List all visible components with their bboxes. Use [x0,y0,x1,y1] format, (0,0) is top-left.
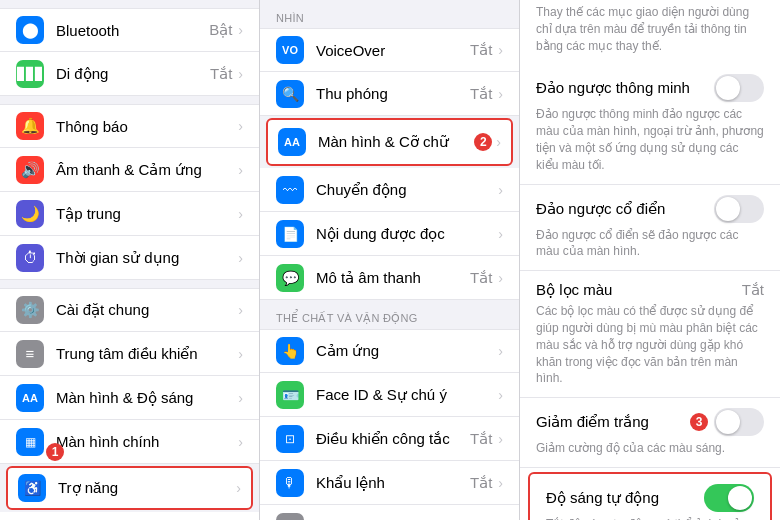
mo-ta-value: Tắt [470,269,492,287]
toggle-knob [716,197,740,221]
chevron-icon: › [238,346,243,362]
right-item-giam-diem-trang: Giảm điểm trắng 3 Giảm cường độ của các … [520,398,780,468]
middle-section-nhin: NHÌN [260,0,519,28]
chevron-icon: › [498,270,503,286]
giam-diem-trang-title: Giảm điểm trắng [536,413,649,431]
giam-diem-trang-toggle[interactable] [714,408,764,436]
moon-icon: 🌙 [16,200,44,228]
chevron-icon: › [498,387,503,403]
mic-icon: 🎙 [276,469,304,497]
sidebar-item-am-thanh[interactable]: 🔊 Âm thanh & Cảm ứng › [0,148,259,192]
middle-section-the-chat: THỂ CHẤT VÀ VẬN ĐỘNG [260,300,519,329]
sidebar-item-man-hinh-chinh[interactable]: ▦ Màn hình chính 1 › [0,420,259,464]
tro-nang-label: Trợ năng [58,479,236,497]
aa2-icon: AA [278,128,306,156]
middle-item-mo-ta[interactable]: 💬 Mô tả âm thanh Tắt › [260,256,519,300]
toggle-knob [728,486,752,510]
person-icon: ♿ [18,474,46,502]
dao-nguoc-thong-minh-desc: Đảo ngược thông minh đảo ngược các màu c… [536,106,764,173]
signal-icon: ▊▊▊ [16,60,44,88]
chevron-icon: › [498,182,503,198]
am-thanh-label: Âm thanh & Cảm ứng [56,161,238,179]
chevron-icon: › [498,343,503,359]
chevron-icon: › [238,250,243,266]
dao-nguoc-co-dien-desc: Đảo ngược cổ điển sẽ đảo ngược các màu c… [536,227,764,261]
sidebar-item-man-hinh-do-sang[interactable]: AA Màn hình & Độ sáng › [0,376,259,420]
khau-lenh-value: Tắt [470,474,492,492]
right-item-dao-nguoc-thong-minh: Đảo ngược thông minh Đảo ngược thông min… [520,64,780,184]
thu-phong-label: Thu phóng [316,85,470,102]
man-hinh-chu-label: Màn hình & Cỡ chữ [318,133,474,151]
middle-item-khau-lenh[interactable]: 🎙 Khẩu lệnh Tắt › [260,461,519,505]
middle-item-cam-ung[interactable]: 👆 Cảm ứng › [260,329,519,373]
sidebar-item-thoi-gian[interactable]: ⏱ Thời gian sử dụng › [0,236,259,280]
zoom-icon: 🔍 [276,80,304,108]
sidebar-item-di-dong[interactable]: ▊▊▊ Di động Tắt › [0,52,259,96]
left-group-3: ⚙️ Cài đặt chung › ≡ Trung tâm điều khiể… [0,288,259,520]
middle-item-chuyen-dong[interactable]: 〰 Chuyển động › [260,168,519,212]
man-hinh-chinh-label: Màn hình chính [56,433,238,450]
chevron-icon: › [238,162,243,178]
thu-phong-value: Tắt [470,85,492,103]
middle-item-voiceover[interactable]: VO VoiceOver Tắt › [260,28,519,72]
step-2-badge: 2 [474,133,492,151]
aa-icon: AA [16,384,44,412]
chevron-icon: › [238,390,243,406]
cai-dat-label: Cài đặt chung [56,301,238,319]
chevron-icon: › [496,134,501,150]
chevron-icon: › [238,118,243,134]
bo-loc-mau-title: Bộ lọc màu [536,281,612,299]
doc-icon: 📄 [276,220,304,248]
middle-item-nut-suon[interactable]: ▮ Nút sườn › [260,505,519,520]
chevron-icon: › [238,302,243,318]
middle-item-dieu-khien[interactable]: ⊡ Điều khiển công tắc Tắt › [260,417,519,461]
voiceover-value: Tắt [470,41,492,59]
dieu-khien-value: Tắt [470,430,492,448]
chevron-icon: › [238,66,243,82]
middle-item-face-id[interactable]: 🪪 Face ID & Sự chú ý › [260,373,519,417]
toggle-knob [716,76,740,100]
left-group-1: ⬤ Bluetooth Bật › ▊▊▊ Di động Tắt › [0,8,259,96]
step-1-badge: 1 [46,443,64,461]
dao-nguoc-co-dien-toggle[interactable] [714,195,764,223]
middle-item-thu-phong[interactable]: 🔍 Thu phóng Tắt › [260,72,519,116]
middle-group-nhin: VO VoiceOver Tắt › 🔍 Thu phóng Tắt › AA … [260,28,519,300]
chevron-icon: › [238,206,243,222]
giam-diem-trang-desc: Giảm cường độ của các màu sáng. [536,440,764,457]
dao-nguoc-thong-minh-toggle[interactable] [714,74,764,102]
noi-dung-label: Nội dung được đọc [316,225,498,243]
do-sang-tu-dong-toggle[interactable] [704,484,754,512]
sidebar-item-cai-dat-chung[interactable]: ⚙️ Cài đặt chung › [0,288,259,332]
sidebar-item-tap-trung[interactable]: 🌙 Tập trung › [0,192,259,236]
sidebar-item-tro-nang[interactable]: ♿ Trợ năng › [6,466,253,510]
dieu-khien-label: Điều khiển công tắc [316,430,470,448]
thoi-gian-label: Thời gian sử dụng [56,249,238,267]
touch-icon: 👆 [276,337,304,365]
sliders-icon: ≡ [16,340,44,368]
sidebar-item-trung-tam[interactable]: ≡ Trung tâm điều khiển › [0,332,259,376]
left-group-2: 🔔 Thông báo › 🔊 Âm thanh & Cảm ứng › 🌙 T… [0,104,259,280]
toggle-knob [716,410,740,434]
chevron-icon: › [498,226,503,242]
chevron-icon: › [498,475,503,491]
bo-loc-mau-value: Tắt [742,281,764,299]
bo-loc-mau-desc: Các bộ lọc màu có thể được sử dụng để gi… [536,303,764,387]
hourglass-icon: ⏱ [16,244,44,272]
middle-item-man-hinh-chu[interactable]: AA Màn hình & Cỡ chữ 2 › [268,120,511,164]
middle-group-the-chat: 👆 Cảm ứng › 🪪 Face ID & Sự chú ý › ⊡ Điề… [260,329,519,520]
sidebar-item-thong-bao[interactable]: 🔔 Thông báo › [0,104,259,148]
chevron-icon: › [236,480,241,496]
khau-lenh-label: Khẩu lệnh [316,474,470,492]
chevron-icon: › [498,86,503,102]
chevron-icon: › [238,434,243,450]
dao-nguoc-thong-minh-title: Đảo ngược thông minh [536,79,690,97]
right-item-dao-nguoc-co-dien: Đảo ngược cổ điển Đảo ngược cổ điển sẽ đ… [520,185,780,272]
middle-item-noi-dung[interactable]: 📄 Nội dung được đọc › [260,212,519,256]
step-3-badge: 3 [690,413,708,431]
do-sang-tu-dong-title: Độ sáng tự động [546,489,659,507]
dao-nguoc-co-dien-title: Đảo ngược cổ điển [536,200,665,218]
man-hinh-label: Màn hình & Độ sáng [56,389,238,407]
mo-ta-label: Mô tả âm thanh [316,269,470,287]
sidebar-item-bluetooth[interactable]: ⬤ Bluetooth Bật › [0,8,259,52]
sidebar-item-hinh-nen[interactable]: 🖼 Hình nền › [0,512,259,520]
